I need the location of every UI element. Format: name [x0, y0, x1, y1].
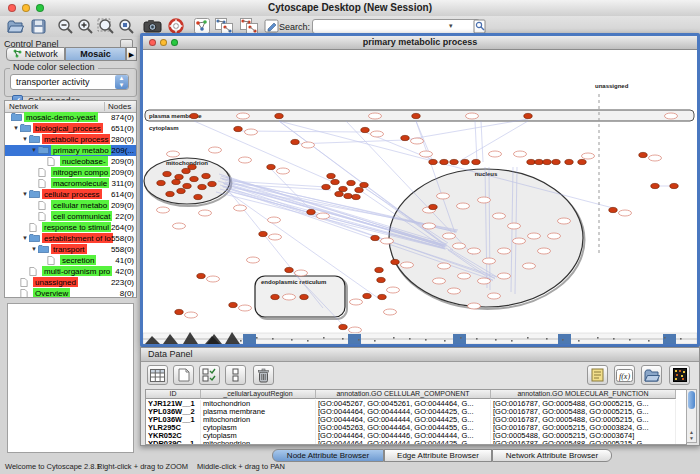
column-header-2[interactable]: annotation.GO CELLULAR_COMPONENT — [316, 390, 491, 399]
tree-row-overview[interactable]: Overview8(0) — [5, 288, 136, 298]
tree-row-metabolic-process[interactable]: ▼metabolic process280(0) — [5, 134, 136, 145]
attribute-table-button[interactable] — [147, 365, 168, 385]
save-session-button[interactable] — [28, 17, 48, 35]
node-color-dropdown[interactable]: transporter activity — [10, 74, 129, 90]
notes-button[interactable] — [587, 365, 608, 385]
tree-row-establishment-of-lo[interactable]: ▼establishment of lo558(0) — [5, 233, 136, 244]
tree-row-label: Overview — [33, 288, 70, 298]
tree-row-unassigned[interactable]: unassigned223(0) — [5, 277, 136, 288]
zoom-in-button[interactable] — [75, 17, 95, 35]
network-window-titlebar[interactable]: primary metabolic process — [143, 36, 697, 50]
dropdown-arrows-icon[interactable]: ▲▼ — [115, 75, 128, 89]
select-attributes-button[interactable] — [199, 365, 220, 385]
scrollbar-thumb[interactable] — [688, 391, 695, 409]
table-row-YJR121W__1-cell-1[interactable]: mitochondrion — [201, 400, 316, 408]
expand-arrow-icon[interactable]: ▼ — [31, 147, 37, 153]
data-panel-titlebar[interactable]: Data Panel — [141, 348, 699, 362]
expand-arrow-icon[interactable]: ▼ — [31, 246, 37, 252]
table-row-YPL036W__2-cell-3[interactable]: [GO:0016787, GO:0005488, GO:0005215, G..… — [491, 408, 676, 416]
tab-network-attribute-browser[interactable]: Network Attribute Browser — [492, 449, 612, 462]
new-attribute-button[interactable] — [173, 365, 194, 385]
tree-row-node-count: 42(0) — [115, 266, 134, 277]
formula-builder-button[interactable]: f(x) — [614, 365, 635, 385]
trash-icon — [257, 368, 270, 383]
table-row-YPL036W__1-cell-2[interactable]: [GO:0044464, GO:0044444, GO:0044425, G..… — [316, 416, 491, 424]
table-row-YDR039C__1-cell-1[interactable]: mitochondrion — [201, 440, 316, 445]
table-row-YDR039C__1-cell-0[interactable]: YDR039C__1 — [146, 440, 201, 445]
attribute-table-icon — [150, 369, 165, 382]
svg-text:nucleus: nucleus — [475, 171, 498, 177]
expand-arrow-icon[interactable]: ▼ — [13, 125, 19, 131]
table-row-YJR121W__1-cell-0[interactable]: YJR121W__1 — [146, 400, 201, 408]
table-row-YKR052C-cell-3[interactable]: [GO:0005488, GO:0005215, GO:0003674] — [491, 432, 676, 440]
tab-edge-attribute-browser[interactable]: Edge Attribute Browser — [384, 449, 492, 462]
table-row-YPL036W__2-cell-2[interactable]: [GO:0044464, GO:0044444, GO:0044425, G..… — [316, 408, 491, 416]
scroll-down-icon[interactable]: ▼ — [687, 435, 696, 441]
table-row-YPL036W__2-cell-1[interactable]: plasma membrane — [201, 408, 316, 416]
tree-row-secretion[interactable]: secretion41(0) — [5, 255, 136, 266]
table-row-YJR121W__1-cell-3[interactable]: [GO:0016787, GO:0005488, GO:0005215, G..… — [491, 400, 676, 408]
tab-network[interactable]: Network — [6, 47, 65, 61]
table-row-YKR052C-cell-2[interactable]: [GO:0044464, GO:0044446, GO:0044444, G..… — [316, 432, 491, 440]
folder-icon — [11, 113, 22, 121]
zoom-out-button[interactable] — [55, 17, 75, 35]
table-row-YLR295C-cell-0[interactable]: YLR295C — [146, 424, 201, 432]
annotation-icon — [264, 19, 280, 34]
table-row-YPL036W__2-cell-0[interactable]: YPL036W__2 — [146, 408, 201, 416]
column-header-1[interactable]: _cellularLayoutRegion — [201, 390, 316, 399]
table-row-YDR039C__1-cell-2[interactable]: [GO:0044464, GO:0044444, GO:0044425, G..… — [316, 440, 491, 445]
tree-header-network: Network — [9, 102, 38, 111]
tree-row-multi-organism-pro[interactable]: multi-organism pro42(0) — [5, 266, 136, 277]
tree-row-mosaic-demo-yeast[interactable]: mosaic-demo-yeast874(0) — [5, 112, 136, 123]
tree-row-primary-metabo[interactable]: ▼primary metabo209(... — [5, 145, 136, 156]
network-canvas[interactable]: plasma membranemitochondrionnucleusendop… — [143, 50, 697, 344]
zoom-fit-button[interactable] — [96, 17, 116, 35]
table-row-YLR295C-cell-3[interactable]: [GO:0016787, GO:0005215, GO:0003824, G..… — [491, 424, 676, 432]
node-color-group-title: Node color selection — [10, 62, 98, 72]
tab-node-attribute-browser[interactable]: Node Attribute Browser — [272, 449, 384, 462]
open-session-button[interactable] — [5, 17, 25, 35]
tree-row-label: unassigned — [33, 277, 78, 287]
table-row-YJR121W__1-cell-2[interactable]: [GO:0045267, GO:0045261, GO:0044464, G..… — [316, 400, 491, 408]
delete-attribute-button[interactable] — [253, 365, 274, 385]
tree-row-cell-communicat[interactable]: cell communicat22(0) — [5, 211, 136, 222]
tree-row-label: nucleobase- — [60, 156, 108, 166]
tree-row-node-count: 209(0) — [111, 156, 134, 167]
table-row-YDR039C__1-cell-3[interactable]: [GO:0016787, GO:0005488, GO:0005215, G..… — [491, 440, 676, 445]
tree-row-macromolecule[interactable]: macromolecule311(0) — [5, 178, 136, 189]
tree-row-response-to-stimul[interactable]: response to stimul264(0) — [5, 222, 136, 233]
expand-arrow-icon[interactable]: ▼ — [22, 235, 28, 241]
expand-arrow-icon[interactable]: ▼ — [22, 191, 28, 197]
table-row-YLR295C-cell-1[interactable]: cytoplasm — [201, 424, 316, 432]
matrix-view-button[interactable] — [669, 365, 690, 385]
table-row-YPL036W__1-cell-3[interactable]: [GO:0016787, GO:0005488, GO:0005215, G..… — [491, 416, 676, 424]
table-row-YLR295C-cell-2[interactable]: [GO:0045263, GO:0044464, GO:0044455, G..… — [316, 424, 491, 432]
tree-row-nucleobase-[interactable]: nucleobase-209(0) — [5, 156, 136, 167]
tab-network-label: Network — [25, 49, 58, 59]
table-scrollbar[interactable]: ▲ ▼ — [686, 389, 697, 443]
zoom-selected-button[interactable] — [116, 17, 136, 35]
select-attributes-icon — [202, 368, 217, 383]
search-input[interactable] — [312, 19, 480, 34]
tree-row-cellular-process[interactable]: ▼cellular process614(0) — [5, 189, 136, 200]
tree-row-node-count: 874(0) — [111, 112, 134, 123]
table-row-YPL036W__1-cell-1[interactable]: mitochondrion — [201, 416, 316, 424]
tree-row-nitrogen-compo[interactable]: nitrogen compo209(0) — [5, 167, 136, 178]
tab-overflow-arrow[interactable]: ▶ — [126, 47, 137, 61]
import-attributes-button[interactable] — [641, 365, 662, 385]
expand-arrow-icon[interactable]: ▼ — [22, 136, 28, 142]
tree-row-transport[interactable]: ▼transport558(0) — [5, 244, 136, 255]
tree-row-cellular-metabo[interactable]: cellular metabo209(0) — [5, 200, 136, 211]
table-row-YPL036W__1-cell-0[interactable]: YPL036W__1 — [146, 416, 201, 424]
table-row-YKR052C-cell-1[interactable]: cytoplasm — [201, 432, 316, 440]
unselect-attributes-button[interactable] — [225, 365, 246, 385]
tree-row-biological-process[interactable]: ▼biological_process651(0) — [5, 123, 136, 134]
tree-row-label: mosaic-demo-yeast — [24, 112, 98, 122]
graph-svg[interactable]: plasma membranemitochondrionnucleusendop… — [143, 50, 697, 344]
table-row-YKR052C-cell-0[interactable]: YKR052C — [146, 432, 201, 440]
data-panel-title: Data Panel — [148, 349, 193, 359]
search-dropdown-arrow-icon[interactable]: ▾ — [449, 22, 453, 30]
tab-mosaic[interactable]: Mosaic — [65, 47, 126, 61]
column-header-0[interactable]: ID — [146, 390, 201, 399]
column-header-3[interactable]: annotation.GO MOLECULAR_FUNCTION — [491, 390, 676, 399]
